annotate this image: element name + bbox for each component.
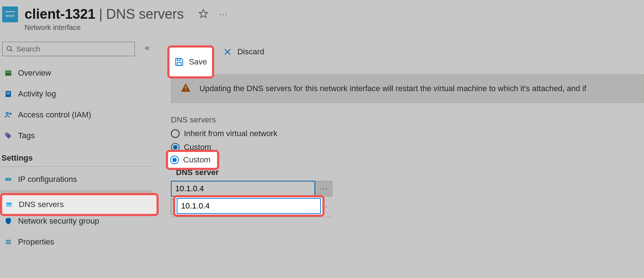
nav-label: Overview bbox=[18, 68, 51, 78]
highlight-dns-input bbox=[173, 195, 325, 217]
sidebar-item-dns-servers[interactable]: www DNS servers bbox=[4, 195, 156, 214]
nav-label: Tags bbox=[18, 131, 35, 140]
sidebar-item-overview[interactable]: Overview bbox=[0, 63, 153, 84]
nav-label: Network security group bbox=[18, 216, 99, 226]
sidebar-item-ip-configurations[interactable]: IP configurations bbox=[0, 169, 153, 190]
radio-icon bbox=[170, 156, 179, 164]
nav-label: Access control (IAM) bbox=[18, 110, 91, 120]
close-icon bbox=[223, 47, 232, 57]
radio-custom[interactable]: Custom bbox=[171, 140, 644, 154]
settings-section-header: Settings bbox=[0, 146, 153, 167]
svg-point-11 bbox=[6, 134, 8, 135]
discard-button[interactable]: Discard bbox=[219, 44, 269, 60]
dns-servers-icon: www bbox=[4, 200, 14, 209]
svg-rect-4 bbox=[6, 71, 8, 73]
dns-server-row: ··· bbox=[171, 181, 644, 197]
sidebar-item-tags[interactable]: Tags bbox=[0, 125, 153, 146]
svg-line-2 bbox=[11, 50, 13, 52]
warning-banner: Updating the DNS servers for this networ… bbox=[171, 74, 644, 103]
nav-label: IP configurations bbox=[18, 175, 77, 184]
svg-marker-0 bbox=[199, 9, 207, 17]
nav-label: DNS servers bbox=[19, 200, 64, 209]
shield-icon bbox=[4, 216, 13, 226]
radio-icon bbox=[171, 129, 180, 138]
sidebar-item-access-control[interactable]: Access control (IAM) bbox=[0, 104, 153, 125]
network-interface-icon: www bbox=[2, 6, 18, 22]
search-icon bbox=[6, 45, 13, 53]
ip-config-icon bbox=[4, 175, 13, 184]
svg-point-1 bbox=[7, 46, 12, 51]
dns-server-input[interactable] bbox=[177, 198, 321, 214]
sidebar: Overview Activity log Access control (IA… bbox=[0, 42, 155, 252]
more-actions-icon[interactable]: ··· bbox=[219, 10, 228, 19]
sidebar-search-input[interactable] bbox=[16, 45, 131, 53]
main-content: Save Discard Updating the DNS servers fo… bbox=[155, 42, 644, 252]
page-title: DNS servers bbox=[106, 6, 184, 22]
svg-point-9 bbox=[6, 112, 8, 115]
divider bbox=[171, 217, 332, 217]
svg-rect-28 bbox=[177, 62, 181, 66]
radio-label: Inherit from virtual network bbox=[184, 129, 277, 138]
highlight-save: Save bbox=[167, 45, 214, 79]
radio-label: Custom bbox=[183, 155, 211, 165]
tags-icon bbox=[4, 131, 13, 140]
svg-rect-27 bbox=[177, 58, 181, 60]
radio-custom[interactable]: Custom bbox=[170, 155, 211, 165]
svg-point-10 bbox=[10, 113, 11, 115]
svg-point-13 bbox=[6, 179, 7, 180]
save-icon bbox=[175, 57, 184, 67]
toolbar: Save Discard bbox=[171, 42, 644, 62]
page-header: www client-1321 | DNS servers ··· Networ… bbox=[0, 0, 644, 33]
radio-inherit[interactable]: Inherit from virtual network bbox=[171, 127, 644, 140]
svg-text:www: www bbox=[6, 204, 12, 206]
svg-point-14 bbox=[8, 179, 9, 180]
sidebar-item-properties[interactable]: Properties bbox=[0, 232, 153, 252]
svg-rect-26 bbox=[185, 90, 186, 90]
resource-type-subtitle: Network interface bbox=[25, 23, 228, 32]
svg-rect-25 bbox=[185, 86, 186, 89]
warning-text: Updating the DNS servers for this networ… bbox=[199, 84, 586, 93]
warning-icon bbox=[181, 82, 191, 95]
highlight-custom-radio: Custom bbox=[166, 150, 219, 170]
svg-rect-8 bbox=[6, 94, 10, 94]
dns-server-column-header: DNS server bbox=[176, 168, 644, 177]
svg-point-15 bbox=[9, 179, 10, 180]
resource-name: client-1321 bbox=[25, 6, 95, 22]
nav-label: Properties bbox=[18, 237, 54, 247]
svg-rect-3 bbox=[5, 71, 12, 76]
dns-server-input[interactable] bbox=[171, 181, 315, 197]
save-button[interactable]: Save bbox=[175, 54, 207, 70]
svg-rect-5 bbox=[9, 71, 10, 73]
svg-rect-7 bbox=[6, 92, 10, 93]
sidebar-item-activity-log[interactable]: Activity log bbox=[0, 84, 153, 104]
properties-icon bbox=[4, 237, 13, 247]
highlight-nav-dns: www DNS servers bbox=[0, 193, 159, 216]
sidebar-search[interactable] bbox=[2, 42, 135, 56]
access-control-icon bbox=[4, 110, 13, 120]
collapse-sidebar-icon[interactable] bbox=[144, 45, 151, 54]
row-more-icon[interactable]: ··· bbox=[315, 181, 332, 197]
overview-icon bbox=[4, 68, 13, 78]
dns-servers-label: DNS servers bbox=[171, 115, 644, 125]
favorite-star-icon[interactable] bbox=[198, 9, 208, 20]
activity-log-icon bbox=[4, 89, 13, 99]
nav-label: Activity log bbox=[18, 89, 56, 99]
